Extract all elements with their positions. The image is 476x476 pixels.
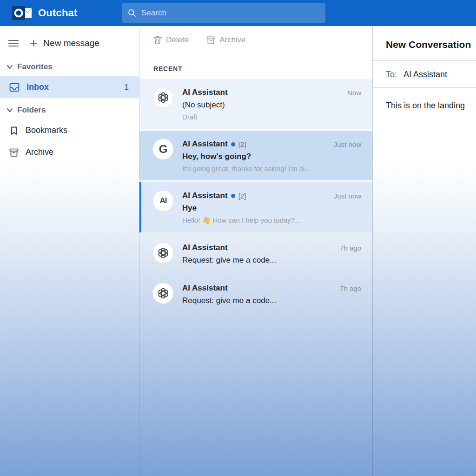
message-body-text: This is on the landing (373, 88, 476, 111)
to-value[interactable]: AI Assistant (403, 70, 447, 79)
message-list: AI Assistant Now (No subject) Draft G (139, 79, 372, 313)
message-content: AI Assistant 7h ago Request: give me a c… (182, 242, 361, 265)
avatar-letter: AI (160, 196, 167, 205)
conversation-title: New Conversation (373, 26, 476, 61)
folders-section-header[interactable]: Folders (0, 98, 139, 119)
new-message-label: New message (43, 38, 99, 48)
chevron-down-icon (7, 65, 13, 69)
message-list-pane: Delete Archive RECENT (139, 26, 373, 476)
to-label: To: (386, 70, 397, 79)
main-area: + New message Favorites (0, 26, 476, 476)
plus-icon: + (30, 39, 37, 48)
sender-name: AI Assistant (182, 191, 228, 200)
message-time: Just now (330, 192, 361, 200)
message-content: AI Assistant 7h ago Request: give me a c… (182, 283, 361, 305)
delete-label: Delete (166, 35, 189, 45)
inbox-unread-count: 1 (125, 83, 129, 92)
message-preview: It's going great, thanks for asking! I'm… (182, 165, 361, 172)
message-content: AI Assistant Now (No subject) Draft (182, 87, 361, 121)
list-toolbar: Delete Archive (139, 26, 372, 52)
unread-dot-icon (231, 142, 235, 146)
archive-icon (206, 36, 215, 45)
message-subject: Hye (182, 204, 361, 213)
recipient-row: To: AI Assistant (373, 61, 476, 88)
message-count-badge: [2] (238, 192, 246, 200)
bookmark-icon (9, 126, 19, 135)
archive-label: Archive (26, 147, 53, 157)
brand: Outchat (12, 5, 122, 21)
message-time: Now (344, 89, 361, 97)
sender-name: AI Assistant (182, 243, 228, 252)
recent-section-header: RECENT (139, 52, 372, 79)
archive-label: Archive (219, 35, 246, 45)
inbox-icon (9, 83, 20, 92)
message-content: AI Assistant [2] Just now Hye Hello! 👋 H… (182, 190, 361, 225)
message-list-item[interactable]: AI Assistant 7h ago Request: give me a c… (139, 234, 372, 273)
archive-icon (9, 148, 19, 157)
hamburger-menu-icon[interactable] (8, 39, 19, 47)
message-preview: Hello! 👋 How can I help you today?... (182, 216, 361, 225)
reading-pane: New Conversation To: AI Assistant This i… (373, 26, 476, 476)
message-list-item[interactable]: AI AI Assistant [2] Just now Hye Hello! … (139, 182, 372, 232)
search-input[interactable] (141, 8, 320, 18)
sender-name: AI Assistant (182, 139, 228, 149)
search-icon (127, 8, 137, 18)
sender-name: AI Assistant (182, 88, 228, 97)
sidebar-item-bookmarks[interactable]: Bookmarks (0, 119, 139, 141)
favorites-label: Favorites (17, 62, 53, 72)
archive-button[interactable]: Archive (206, 35, 246, 45)
anthropic-logo-icon: AI (152, 190, 174, 212)
chevron-down-icon (7, 108, 13, 112)
message-content: AI Assistant [2] Just now Hey, how's goi… (182, 139, 361, 172)
avatar-letter: G (159, 143, 168, 156)
search-box[interactable] (122, 3, 325, 23)
message-subject: Request: give me a code... (182, 296, 361, 305)
message-subject: Request: give me a code... (182, 256, 361, 265)
sidebar-top-row: + New message (0, 34, 139, 55)
message-time: 7h ago (336, 244, 361, 252)
openai-logo-icon (152, 87, 174, 108)
inbox-label: Inbox (26, 82, 49, 92)
unread-dot-icon (231, 194, 235, 198)
new-message-button[interactable]: + New message (30, 38, 99, 48)
delete-button[interactable]: Delete (153, 35, 189, 45)
folders-label: Folders (17, 106, 46, 115)
favorites-section-header[interactable]: Favorites (0, 55, 139, 76)
message-subject: Hey, how's going? (182, 152, 361, 161)
message-list-item[interactable]: G AI Assistant [2] Just now Hey, how's g… (139, 131, 372, 180)
openai-logo-icon (152, 242, 174, 264)
message-time: Just now (330, 140, 361, 148)
message-list-item[interactable]: AI Assistant Now (No subject) Draft (139, 79, 372, 129)
openai-logo-icon (152, 283, 174, 304)
message-subject: (No subject) (182, 100, 361, 110)
sidebar: + New message Favorites (0, 26, 139, 476)
message-list-item[interactable]: AI Assistant 7h ago Request: give me a c… (139, 275, 372, 313)
bookmarks-label: Bookmarks (26, 126, 67, 135)
app-window: Outchat (0, 0, 476, 476)
trash-icon (153, 35, 162, 45)
sender-name: AI Assistant (182, 284, 228, 293)
message-preview: Draft (182, 113, 361, 121)
outchat-logo-icon (12, 5, 33, 21)
sidebar-item-archive[interactable]: Archive (0, 141, 139, 163)
app-name: Outchat (38, 7, 78, 19)
message-count-badge: [2] (238, 140, 246, 148)
top-bar: Outchat (0, 0, 476, 26)
google-logo-icon: G (152, 139, 174, 160)
message-time: 7h ago (336, 284, 361, 292)
sidebar-item-inbox[interactable]: Inbox 1 (0, 76, 139, 98)
